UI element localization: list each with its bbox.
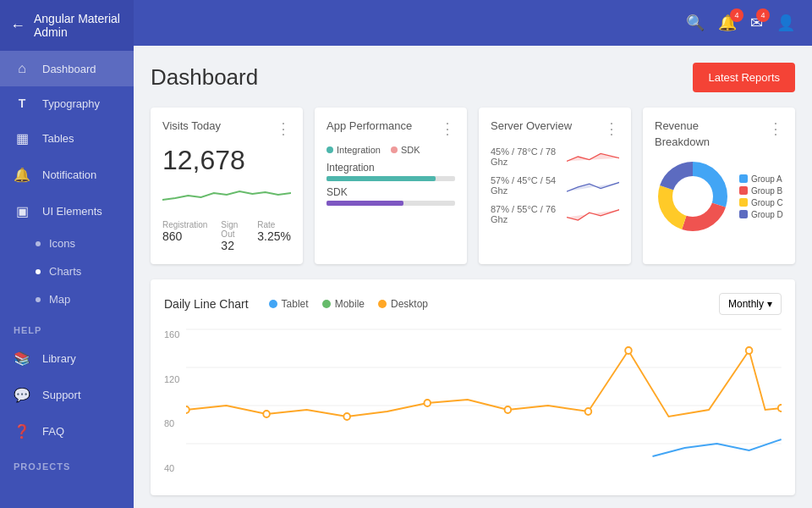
sidebar-item-library[interactable]: 📚 Library <box>0 340 134 377</box>
sidebar-item-faq[interactable]: ❓ FAQ <box>0 413 134 450</box>
svg-point-9 <box>186 406 189 413</box>
monthly-dropdown[interactable]: Monthly ▾ <box>719 293 782 315</box>
stat-label: Registration <box>162 220 207 229</box>
stat-label: Sign Out <box>221 220 244 239</box>
search-icon[interactable]: 🔍 <box>686 14 705 32</box>
mobile-label: Mobile <box>335 298 365 310</box>
visits-stat-rate: Rate 3.25% <box>257 220 291 252</box>
dropdown-arrow-icon: ▾ <box>767 298 772 310</box>
server-label-1: 45% / 78°C / 78 Ghz <box>491 146 567 167</box>
page-content: Dashboard Latest Reports Visits Today ⋮ … <box>134 46 812 508</box>
sdk-bar <box>326 201 403 206</box>
svg-point-15 <box>626 347 633 354</box>
perf-card-menu[interactable]: ⋮ <box>440 119 455 138</box>
sidebar-item-dashboard[interactable]: ⌂ Dashboard <box>0 51 134 86</box>
sidebar-sub-label: Charts <box>49 265 81 278</box>
server-card-title: Server Overview <box>491 119 572 132</box>
sidebar-item-typography[interactable]: T Typography <box>0 86 134 120</box>
revenue-title-group: Revenue Breakdown <box>655 119 710 152</box>
cards-row: Visits Today ⋮ 12,678 Registration 860 S… <box>151 108 795 264</box>
chart-title: Daily Line Chart <box>164 297 249 311</box>
message-icon[interactable]: ✉ 4 <box>750 14 763 32</box>
sidebar-item-support[interactable]: 💬 Support <box>0 377 134 413</box>
tables-icon: ▦ <box>14 130 30 146</box>
visits-sparkline <box>162 183 291 208</box>
integration-bar-label: Integration <box>326 162 455 174</box>
server-overview-card: Server Overview ⋮ 45% / 78°C / 78 Ghz 57… <box>479 108 631 264</box>
server-card-menu[interactable]: ⋮ <box>604 119 619 138</box>
sidebar-item-label: Typography <box>42 97 100 110</box>
legend-integration: Integration <box>326 145 381 155</box>
y-axis: 160 120 80 40 <box>164 325 186 478</box>
revenue-card-menu[interactable]: ⋮ <box>768 119 783 138</box>
visits-card: Visits Today ⋮ 12,678 Registration 860 S… <box>151 108 303 264</box>
section-label-projects: PROJECTS <box>0 450 134 477</box>
topbar-icons: 🔍 🔔 4 ✉ 4 👤 <box>686 14 795 32</box>
dropdown-label: Monthly <box>728 298 764 310</box>
donut-chart <box>655 158 731 235</box>
latest-reports-button[interactable]: Latest Reports <box>693 63 795 92</box>
sidebar-item-label: Library <box>42 352 76 365</box>
legend-sdk: SDK <box>391 145 420 155</box>
chart-area-wrapper: 160 120 80 40 <box>164 325 782 482</box>
sidebar-item-notification[interactable]: 🔔 Notification <box>0 157 134 193</box>
back-icon[interactable]: ← <box>10 17 25 35</box>
sidebar-item-label: Notification <box>42 168 96 181</box>
visits-number: 12,678 <box>162 145 291 176</box>
svg-point-12 <box>425 400 431 406</box>
line-chart-svg <box>186 325 782 482</box>
typography-icon: T <box>14 97 30 110</box>
notification-bell-icon[interactable]: 🔔 4 <box>718 14 737 32</box>
y-label-40: 40 <box>164 463 179 473</box>
y-label-80: 80 <box>164 418 179 428</box>
avatar-icon[interactable]: 👤 <box>776 14 795 32</box>
sidebar-sub-label: Icons <box>49 237 75 250</box>
app-title: Angular Material Admin <box>34 12 123 39</box>
sidebar-sub-map[interactable]: Map <box>0 285 134 313</box>
sidebar-sub-charts[interactable]: Charts <box>0 257 134 285</box>
desktop-label: Desktop <box>391 298 428 310</box>
revenue-card-title: Revenue <box>655 119 710 132</box>
sub-dot <box>36 241 41 246</box>
page-title: Dashboard <box>151 64 258 91</box>
library-icon: 📚 <box>14 351 30 367</box>
visits-card-menu[interactable]: ⋮ <box>276 119 291 138</box>
sidebar-item-label: Dashboard <box>42 63 96 75</box>
group-d-color <box>739 210 748 218</box>
sidebar-item-label: Support <box>42 389 81 401</box>
notification-badge: 4 <box>730 8 743 22</box>
integration-bar <box>326 176 436 181</box>
content-header: Dashboard Latest Reports <box>151 63 795 92</box>
server-label-3: 87% / 55°C / 76 Ghz <box>491 204 567 224</box>
tablet-label: Tablet <box>282 298 309 310</box>
perf-card-title: App Performance <box>326 119 412 132</box>
donut-legend: Group A Group B Group C Group D <box>739 174 783 219</box>
sdk-dot <box>391 146 398 153</box>
message-badge: 4 <box>756 8 770 22</box>
line-chart-card: Daily Line Chart Tablet Mobile Deskto <box>151 279 795 495</box>
server-chart-1 <box>567 145 619 168</box>
sidebar-header: ← Angular Material Admin <box>0 0 134 51</box>
chart-header: Daily Line Chart Tablet Mobile Deskto <box>164 293 782 315</box>
visits-footer: Registration 860 Sign Out 32 Rate 3.25% <box>162 220 291 252</box>
section-label-help: HELP <box>0 313 134 340</box>
stat-label: Rate <box>257 220 291 229</box>
notification-icon: 🔔 <box>14 167 30 183</box>
sidebar-item-ui-elements[interactable]: ▣ UI Elements <box>0 193 134 229</box>
svg-point-16 <box>746 347 753 354</box>
svg-point-13 <box>505 406 512 413</box>
sidebar: ← Angular Material Admin ⌂ Dashboard T T… <box>0 0 134 508</box>
integration-dot <box>326 146 333 153</box>
stat-value: 32 <box>221 239 244 252</box>
sidebar-sub-icons[interactable]: Icons <box>0 229 134 257</box>
server-row-3: 87% / 55°C / 76 Ghz <box>491 202 619 226</box>
ui-elements-icon: ▣ <box>14 203 30 219</box>
sub-dot <box>36 269 41 274</box>
home-icon: ⌂ <box>14 61 30 76</box>
group-a-label: Group A <box>751 174 782 184</box>
legend-desktop: Desktop <box>378 298 428 310</box>
app-performance-card: App Performance ⋮ Integration SDK Integr… <box>315 108 467 264</box>
group-c-label: Group C <box>751 198 783 207</box>
desktop-dot <box>378 300 387 308</box>
sidebar-item-tables[interactable]: ▦ Tables <box>0 120 134 157</box>
